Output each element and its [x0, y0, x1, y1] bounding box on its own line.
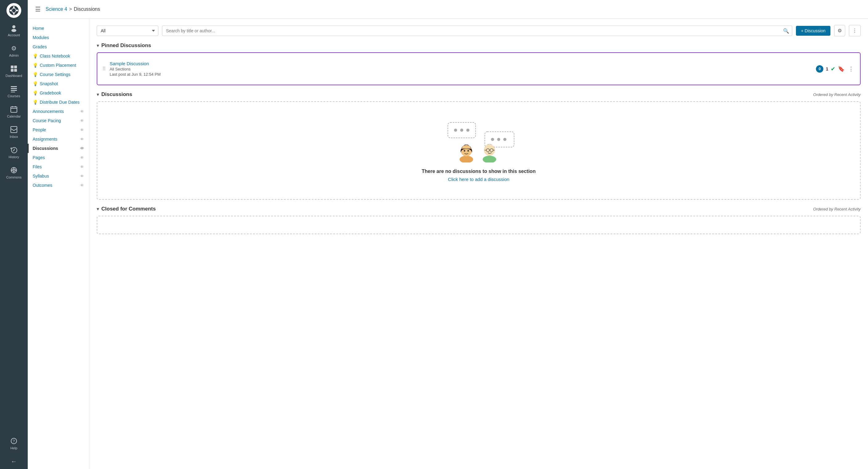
add-discussion-button[interactable]: + Discussion [796, 26, 830, 36]
course-nav-item-assignments[interactable]: Assignments👁 [28, 134, 89, 144]
course-nav-item-discussions[interactable]: Discussions👁 [28, 144, 89, 153]
empty-text: There are no discussions to show in this… [422, 169, 536, 174]
nav-courses[interactable]: Courses [0, 81, 28, 102]
help-icon: ? [10, 437, 18, 445]
svg-point-3 [13, 13, 14, 14]
reply-count: 1 [826, 66, 828, 71]
dashboard-icon [10, 65, 18, 73]
nav-collapse[interactable]: ← [0, 454, 28, 469]
svg-point-36 [464, 150, 465, 152]
bulb-icon: 💡 [33, 91, 38, 95]
nav-item-label: Gradebook [40, 91, 61, 95]
course-nav-item-course-pacing[interactable]: Course Pacing👁 [28, 116, 89, 125]
course-nav-item-modules[interactable]: Modules [28, 33, 89, 42]
svg-point-4 [10, 9, 11, 11]
course-nav-item-announcements[interactable]: Announcements👁 [28, 107, 89, 116]
nav-item-label: People [33, 127, 46, 132]
bookmark-icon: 🔖 [838, 66, 845, 72]
closed-chevron[interactable]: ▾ [97, 206, 99, 211]
discussion-actions: 0 1 ✔ 🔖 ⋮ [816, 65, 855, 73]
canvas-logo [6, 3, 21, 18]
nav-calendar[interactable]: Calendar [0, 102, 28, 122]
svg-rect-15 [11, 92, 15, 92]
breadcrumb-current: Discussions [74, 6, 100, 12]
svg-point-5 [16, 9, 18, 11]
course-nav-item-people[interactable]: People👁 [28, 125, 89, 134]
svg-point-37 [467, 150, 469, 152]
svg-text:?: ? [12, 439, 15, 443]
discussions-chevron[interactable]: ▾ [97, 92, 99, 97]
pinned-box: ⠿ Sample Discussion All Sections Last po… [97, 52, 861, 85]
svg-rect-14 [11, 90, 17, 91]
courses-icon [10, 85, 18, 93]
course-nav-item-outcomes[interactable]: Outcomes👁 [28, 181, 89, 190]
nav-item-label: Announcements [33, 109, 64, 114]
eye-icon: 👁 [80, 128, 84, 132]
svg-rect-8 [11, 66, 13, 68]
course-nav-item-syllabus[interactable]: Syllabus👁 [28, 171, 89, 181]
discussions-order-label: Ordered by Recent Activity [813, 92, 861, 97]
inbox-icon [10, 126, 18, 134]
more-options-button[interactable]: ⋮ [849, 25, 861, 36]
svg-point-33 [503, 138, 506, 141]
pinned-chevron[interactable]: ▾ [97, 43, 99, 48]
course-nav-item-pages[interactable]: Pages👁 [28, 153, 89, 162]
eye-icon: 👁 [80, 137, 84, 141]
nav-admin[interactable]: ⚙ Admin [0, 41, 28, 61]
course-nav-item-grades[interactable]: Grades [28, 42, 89, 52]
breadcrumb-parent-link[interactable]: Science 4 [45, 6, 67, 12]
eye-icon: 👁 [80, 119, 84, 123]
check-icon: ✔ [831, 66, 835, 72]
pinned-discussion-item: ⠿ Sample Discussion All Sections Last po… [102, 58, 855, 80]
nav-dashboard[interactable]: Dashboard [0, 61, 28, 81]
item-more-button[interactable]: ⋮ [847, 65, 855, 73]
course-nav-item-class-notebook[interactable]: 💡Class Notebook [28, 52, 89, 61]
bulb-icon: 💡 [33, 100, 38, 105]
empty-illustration [439, 120, 519, 163]
eye-icon: 👁 [80, 109, 84, 114]
filter-select[interactable]: All Unread Read Starred [97, 26, 158, 36]
nav-item-label: Outcomes [33, 183, 52, 188]
closed-order-label: Ordered by Recent Activity [813, 207, 861, 211]
svg-rect-12 [11, 86, 17, 87]
discussion-title-link[interactable]: Sample Discussion [110, 61, 149, 66]
search-input[interactable] [162, 26, 792, 36]
nav-item-label: Distribute Due Dates [40, 100, 80, 105]
filter-bar: All Unread Read Starred 🔍 + Discussion ⚙… [97, 25, 861, 36]
eye-icon: 👁 [80, 165, 84, 169]
nav-item-label: Grades [33, 44, 47, 49]
account-icon [10, 24, 18, 32]
svg-rect-11 [14, 69, 17, 72]
nav-inbox[interactable]: Inbox [0, 122, 28, 142]
discussion-settings-button[interactable]: ⚙ [834, 25, 845, 36]
search-button[interactable]: 🔍 [783, 28, 789, 34]
svg-rect-13 [11, 88, 17, 89]
course-nav-item-gradebook[interactable]: 💡Gradebook [28, 88, 89, 98]
hamburger-button[interactable]: ☰ [34, 4, 42, 14]
nav-item-label: Class Notebook [40, 54, 70, 59]
discussions-section-title: Discussions [101, 91, 132, 98]
nav-account[interactable]: Account [0, 20, 28, 41]
course-nav-item-snapshot[interactable]: 💡Snapshot [28, 79, 89, 88]
collapse-icon: ← [10, 457, 18, 465]
top-header: ☰ Science 4 > Discussions [28, 0, 868, 19]
course-nav-item-home[interactable]: Home [28, 24, 89, 33]
course-nav-item-custom-placement[interactable]: 💡Custom Placement [28, 61, 89, 70]
nav-item-label: Snapshot [40, 81, 58, 86]
empty-state: There are no discussions to show in this… [409, 107, 548, 194]
discussion-last-post: Last post at Jun 9, 12:54 PM [110, 72, 812, 77]
course-nav-item-distribute-due-dates[interactable]: 💡Distribute Due Dates [28, 98, 89, 107]
pinned-section-title: Pinned Discussions [101, 42, 151, 48]
course-nav-item-files[interactable]: Files👁 [28, 162, 89, 171]
nav-item-label: Course Pacing [33, 118, 61, 123]
nav-history[interactable]: History [0, 142, 28, 163]
page-content: All Unread Read Starred 🔍 + Discussion ⚙… [89, 19, 868, 469]
course-nav-item-course-settings[interactable]: 💡Course Settings [28, 70, 89, 79]
nav-item-label: Home [33, 26, 44, 31]
nav-commons[interactable]: Commons [0, 163, 28, 183]
empty-add-link[interactable]: Click here to add a discussion [448, 177, 509, 182]
search-wrapper: 🔍 [162, 26, 792, 36]
svg-point-31 [491, 138, 494, 141]
drag-handle[interactable]: ⠿ [102, 66, 106, 72]
nav-help[interactable]: ? Help [0, 433, 28, 454]
